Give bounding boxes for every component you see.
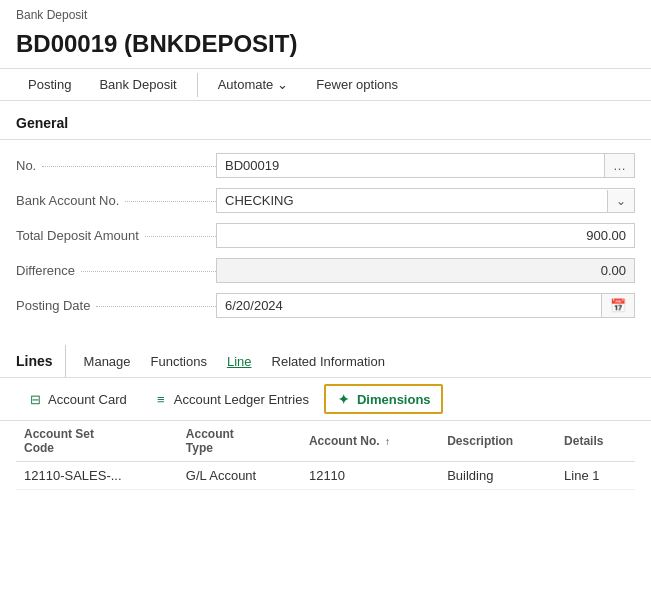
bank-account-select[interactable]: CHECKING ⌄	[216, 188, 635, 213]
general-section-title: General	[0, 101, 651, 140]
difference-value: 0.00	[216, 258, 635, 283]
posting-date-value: 6/20/2024	[217, 294, 601, 317]
table-row[interactable]: 12110-SALES-... G/L Account 12110 Buildi…	[16, 462, 635, 490]
col-account-set-code: Account SetCode	[16, 421, 178, 462]
col-details: Details	[556, 421, 635, 462]
tab-manage[interactable]: Manage	[74, 346, 141, 377]
account-card-button[interactable]: Account Card	[16, 385, 138, 413]
col-account-no: Account No. ↑	[301, 421, 439, 462]
difference-field: 0.00	[216, 258, 635, 283]
bank-account-label: Bank Account No.	[16, 193, 216, 208]
breadcrumb: Bank Deposit	[0, 0, 651, 26]
bank-account-row: Bank Account No. CHECKING ⌄	[16, 183, 635, 218]
posting-date-input-group: 6/20/2024 📅	[216, 293, 635, 318]
difference-label: Difference	[16, 263, 216, 278]
posting-date-label: Posting Date	[16, 298, 216, 313]
no-field: …	[216, 153, 635, 178]
no-label: No.	[16, 158, 216, 173]
lines-title: Lines	[16, 345, 66, 377]
no-input-group: …	[216, 153, 635, 178]
lines-table-container: Account SetCode AccountType Account No. …	[0, 421, 651, 490]
total-deposit-label: Total Deposit Amount	[16, 228, 216, 243]
dimensions-button[interactable]: Dimensions	[324, 384, 443, 414]
nav-divider	[197, 73, 198, 97]
automate-button[interactable]: Automate ⌄	[206, 69, 301, 100]
sort-arrow-icon: ↑	[385, 436, 390, 447]
tab-functions[interactable]: Functions	[141, 346, 217, 377]
account-ledger-entries-button[interactable]: Account Ledger Entries	[142, 385, 320, 413]
dimensions-icon	[336, 391, 352, 407]
general-form: No. … Bank Account No. CHECKING ⌄ Total …	[0, 140, 651, 331]
account-ledger-icon	[153, 391, 169, 407]
lines-table: Account SetCode AccountType Account No. …	[16, 421, 635, 490]
total-deposit-field	[216, 223, 635, 248]
bank-account-value: CHECKING	[217, 189, 607, 212]
lines-section: Lines Manage Functions Line Related Info…	[0, 345, 651, 490]
page-title: BD00019 (BNKDEPOSIT)	[0, 26, 651, 68]
dimensions-label: Dimensions	[357, 392, 431, 407]
tab-related-information[interactable]: Related Information	[262, 346, 395, 377]
account-card-label: Account Card	[48, 392, 127, 407]
table-header: Account SetCode AccountType Account No. …	[16, 421, 635, 462]
difference-row: Difference 0.00	[16, 253, 635, 288]
col-account-type: AccountType	[178, 421, 301, 462]
lines-tab-bar: Lines Manage Functions Line Related Info…	[0, 345, 651, 378]
cell-description: Building	[439, 462, 556, 490]
col-description: Description	[439, 421, 556, 462]
cell-account-no: 12110	[301, 462, 439, 490]
bank-account-dropdown-button[interactable]: ⌄	[607, 190, 634, 212]
cell-account-set-code: 12110-SALES-...	[16, 462, 178, 490]
cell-account-type: G/L Account	[178, 462, 301, 490]
account-ledger-label: Account Ledger Entries	[174, 392, 309, 407]
tab-line[interactable]: Line	[217, 346, 262, 377]
no-row: No. …	[16, 148, 635, 183]
table-body: 12110-SALES-... G/L Account 12110 Buildi…	[16, 462, 635, 490]
account-card-icon	[27, 391, 43, 407]
top-nav: Posting Bank Deposit Automate ⌄ Fewer op…	[0, 68, 651, 101]
posting-date-row: Posting Date 6/20/2024 📅	[16, 288, 635, 323]
bank-account-field: CHECKING ⌄	[216, 188, 635, 213]
total-deposit-row: Total Deposit Amount	[16, 218, 635, 253]
bank-deposit-button[interactable]: Bank Deposit	[87, 69, 188, 100]
sub-toolbar: Account Card Account Ledger Entries Dime…	[0, 378, 651, 421]
chevron-down-icon: ⌄	[277, 77, 288, 92]
no-lookup-button[interactable]: …	[604, 153, 635, 178]
total-deposit-input[interactable]	[216, 223, 635, 248]
calendar-button[interactable]: 📅	[601, 294, 634, 317]
cell-details: Line 1	[556, 462, 635, 490]
posting-date-field: 6/20/2024 📅	[216, 293, 635, 318]
posting-button[interactable]: Posting	[16, 69, 83, 100]
no-input[interactable]	[216, 153, 604, 178]
fewer-options-button[interactable]: Fewer options	[304, 69, 410, 100]
